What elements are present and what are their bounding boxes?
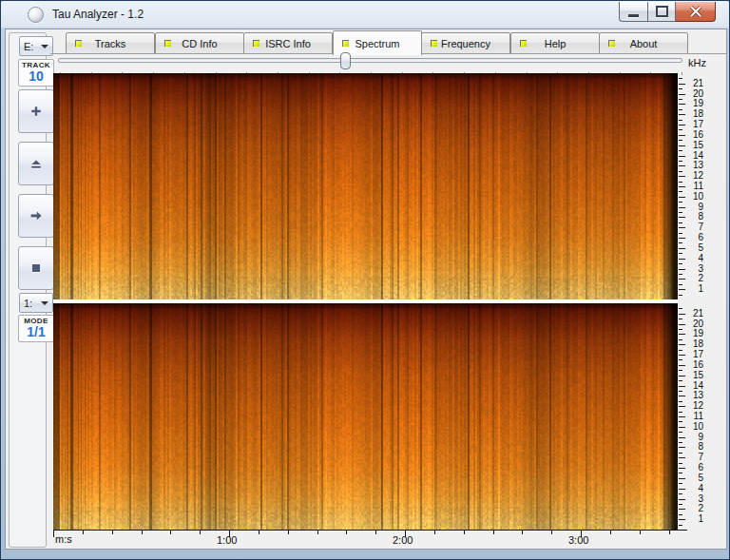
position-slider[interactable] [58, 58, 682, 63]
freq-axis-label: 13 [687, 391, 703, 400]
freq-axis-tick [679, 391, 682, 392]
freq-axis-label: 12 [687, 401, 703, 411]
freq-axis-label: 15 [687, 141, 703, 150]
freq-axis-tick [679, 274, 682, 275]
freq-axis-tick [679, 473, 682, 473]
freq-axis-tick [679, 499, 685, 500]
time-axis-tick [375, 531, 376, 534]
arrow-right-button[interactable] [18, 194, 54, 238]
tab-label: Frequency [441, 38, 490, 49]
freq-axis-tick [679, 222, 682, 223]
freq-axis-tick [679, 416, 685, 417]
drive-select[interactable]: E: [19, 36, 53, 56]
freq-axis-tick [679, 279, 685, 280]
time-axis-label: 3:00 [568, 534, 588, 546]
tab-cd-info[interactable]: CD Info [155, 32, 244, 54]
freq-axis-label: 6 [687, 463, 703, 473]
freq-axis-tick [679, 453, 682, 454]
stop-icon [29, 261, 44, 276]
freq-axis-label: 18 [687, 339, 703, 349]
freq-axis-tick [679, 427, 685, 428]
close-button[interactable] [676, 2, 716, 22]
freq-axis-tick [679, 99, 682, 100]
freq-axis-label: 4 [687, 484, 703, 493]
freq-axis-tick [679, 233, 682, 234]
maximize-icon [656, 6, 668, 17]
maximize-button[interactable] [647, 2, 676, 22]
time-axis-tick [346, 531, 347, 534]
freq-axis-tick [679, 284, 682, 285]
freq-axis-label: 2 [687, 504, 703, 513]
freq-axis-tick [679, 344, 685, 345]
freq-axis-label: 17 [687, 350, 703, 359]
freq-axis-label: 15 [687, 371, 703, 380]
freq-axis-tick [679, 263, 682, 264]
freq-axis-label: 7 [687, 453, 703, 462]
time-axis-tick [522, 531, 523, 534]
freq-axis-label: 12 [687, 171, 703, 181]
close-icon [689, 6, 702, 17]
freq-axis-label: 5 [687, 473, 703, 483]
freq-axis-tick [679, 308, 682, 309]
tab-help[interactable]: Help [510, 32, 600, 54]
plus-button[interactable] [18, 89, 54, 133]
tab-label: CD Info [182, 38, 217, 49]
chevron-down-icon [41, 301, 48, 305]
freq-axis-tick [679, 514, 682, 515]
freq-axis-label: 10 [687, 422, 703, 432]
time-axis-tick [551, 531, 552, 534]
time-axis-tick [200, 531, 201, 534]
freq-axis-label: 17 [687, 120, 703, 129]
freq-axis-tick [679, 94, 685, 95]
app-icon [28, 7, 44, 23]
freq-axis-tick [679, 202, 682, 203]
eject-button[interactable] [18, 142, 54, 185]
time-axis-tick [288, 531, 289, 534]
titlebar[interactable]: Tau Analyzer - 1.2 [1, 1, 729, 29]
freq-axis-label: 19 [687, 329, 703, 338]
tab-indicator-icon [75, 40, 82, 47]
freq-axis-label: 1 [687, 514, 703, 524]
freq-axis-tick [679, 129, 682, 130]
tab-indicator-icon [342, 40, 349, 47]
freq-axis-tick [679, 437, 685, 438]
freq-axis-tick [679, 334, 685, 335]
freq-axis-tick [679, 355, 685, 356]
freq-axis-tick [679, 350, 682, 351]
tab-tracks[interactable]: Tracks [66, 32, 155, 54]
time-axis-tick [53, 531, 54, 537]
stop-button[interactable] [18, 246, 54, 290]
freq-axis-tick [679, 156, 685, 157]
freq-axis-tick [679, 376, 685, 377]
mode-select[interactable]: 1: [19, 293, 53, 313]
freq-axis-tick [679, 238, 685, 239]
tab-isrc-info[interactable]: ISRC Info [243, 32, 333, 54]
freq-axis-label: 21 [687, 79, 703, 88]
freq-axis-tick [679, 406, 685, 407]
minimize-button[interactable] [619, 2, 647, 22]
freq-axis-label: 13 [687, 161, 703, 170]
time-axis-tick [317, 531, 318, 534]
freq-axis-label: 8 [687, 212, 703, 222]
chevron-down-icon [41, 45, 48, 48]
freq-axis-label: 5 [687, 243, 703, 253]
freq-axis-tick [679, 519, 685, 520]
freq-axis-tick [679, 447, 685, 448]
time-axis-label: 2:00 [393, 534, 413, 546]
time-axis-tick [669, 531, 670, 534]
freq-axis-tick [679, 380, 682, 381]
freq-axis-tick [679, 171, 682, 172]
freq-axis-tick [679, 145, 685, 146]
window-controls [619, 2, 716, 22]
tab-label: Tracks [95, 38, 126, 49]
freq-axis-tick [679, 150, 682, 151]
freq-axis-label: 7 [687, 222, 703, 232]
time-axis [53, 530, 687, 531]
freq-axis-label: 11 [687, 412, 703, 421]
tab-indicator-icon [608, 40, 615, 47]
freq-axis-tick [679, 114, 685, 115]
slider-thumb[interactable] [340, 52, 351, 69]
freq-axis-tick [679, 242, 682, 243]
tab-frequency[interactable]: Frequency [421, 32, 510, 54]
tab-about[interactable]: About [599, 32, 688, 54]
